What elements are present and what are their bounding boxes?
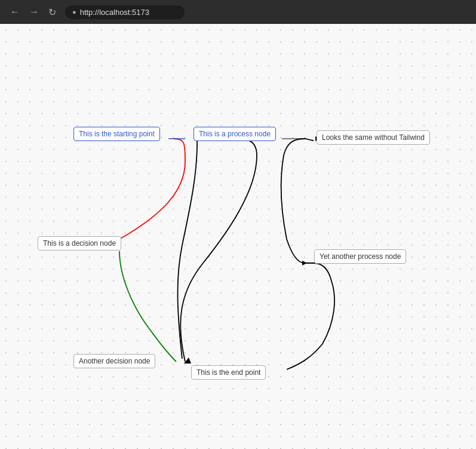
decision-node-label: This is a decision node <box>38 236 121 251</box>
another-process-label: Yet another process node <box>314 249 406 264</box>
arrow-another-process <box>302 261 307 265</box>
back-button[interactable]: ← <box>7 5 23 19</box>
looks-same-label: Looks the same without Tailwind <box>317 130 430 145</box>
url-text: http://localhost:5173 <box>80 8 149 17</box>
address-bar[interactable]: ● http://localhost:5173 <box>65 5 185 19</box>
lock-icon: ● <box>72 8 76 16</box>
browser-bar: ← → ↻ ● http://localhost:5173 <box>0 0 476 24</box>
another-decision-label: Another decision node <box>73 354 155 368</box>
forward-button[interactable]: → <box>26 5 42 19</box>
process-node-label: This is a process node <box>194 127 276 141</box>
starting-point-label: This is the starting point <box>73 127 160 141</box>
refresh-button[interactable]: ↻ <box>45 5 59 19</box>
end-point-label: This is the end point <box>191 365 266 380</box>
browser-nav: ← → ↻ <box>7 5 59 19</box>
canvas-area: This is the starting point This is a pro… <box>0 24 476 449</box>
